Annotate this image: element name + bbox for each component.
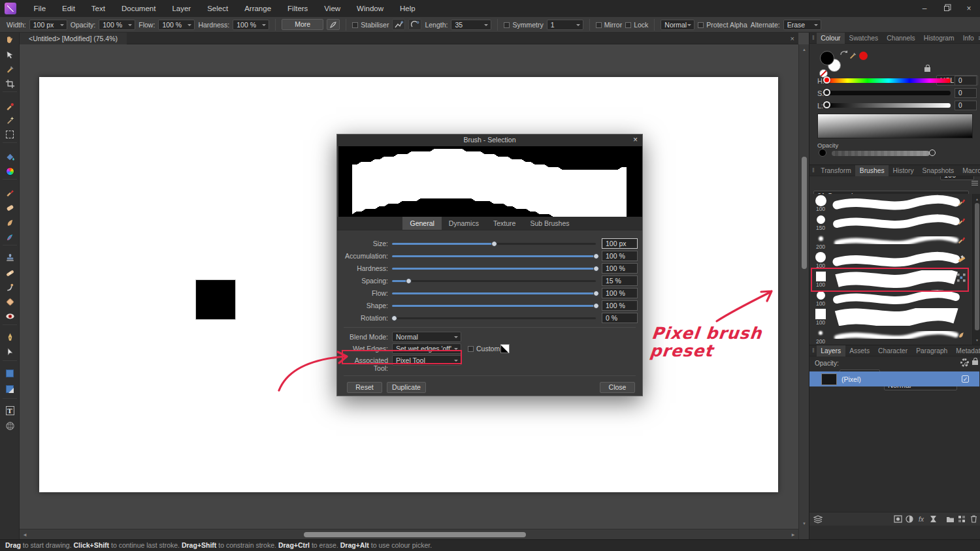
tab-transform[interactable]: Transform: [817, 165, 856, 176]
width-combo[interactable]: 100 px: [29, 20, 67, 30]
menu-filters[interactable]: Filters: [280, 0, 316, 17]
saturation-value[interactable]: 0: [955, 88, 977, 98]
slider-thumb[interactable]: [593, 266, 599, 272]
document-tab[interactable]: <Untitled> [Modified] (75.4%): [20, 33, 127, 44]
slider-thumb[interactable]: [406, 278, 412, 284]
tab-close-icon[interactable]: ×: [791, 33, 794, 44]
saturation-slider[interactable]: [826, 91, 951, 95]
opacity-slider[interactable]: [832, 151, 930, 156]
saturation-thumb[interactable]: [823, 89, 830, 96]
tone-gradient-box[interactable]: [817, 114, 973, 138]
spacing-slider[interactable]: [392, 280, 596, 282]
tab-general[interactable]: General: [402, 217, 441, 230]
layers-stack-icon[interactable]: [812, 513, 824, 525]
slider-thumb[interactable]: [593, 253, 599, 259]
protect-alpha-checkbox[interactable]: Protect Alpha: [698, 21, 747, 29]
lightness-thumb[interactable]: [823, 101, 830, 108]
size-value-field[interactable]: 100 px: [602, 238, 638, 249]
gradient-tool[interactable]: [3, 164, 17, 178]
tab-layers[interactable]: Layers: [817, 345, 845, 356]
healing-brush-tool[interactable]: [3, 266, 17, 280]
paint-brush-tool[interactable]: [3, 185, 17, 200]
brush-list-view-icon[interactable]: [972, 181, 978, 187]
delete-trash-icon[interactable]: [968, 513, 979, 525]
tab-snapshots[interactable]: Snapshots: [918, 165, 958, 176]
horizontal-scrollbar[interactable]: ◀ ▶: [20, 529, 798, 539]
shape-tool[interactable]: [3, 382, 17, 396]
brush-preset-row[interactable]: 100: [809, 289, 972, 307]
brush-editor-button[interactable]: [327, 19, 340, 30]
tab-sub-brushes[interactable]: Sub Brushes: [523, 217, 576, 230]
scroll-left-icon[interactable]: ◀: [20, 529, 30, 539]
flood-fill-tool[interactable]: [3, 150, 17, 164]
scroll-down-icon[interactable]: ▼: [973, 335, 980, 345]
duplicate-button[interactable]: Duplicate: [387, 382, 426, 393]
smudge-brush-tool[interactable]: [3, 215, 17, 229]
eyedropper-icon[interactable]: [849, 51, 858, 60]
lock-icon[interactable]: [924, 64, 930, 72]
group-folder-icon[interactable]: [944, 513, 956, 525]
vertical-scrollbar[interactable]: ▲ ▼: [798, 44, 809, 539]
lock-checkbox[interactable]: Lock: [625, 21, 648, 29]
erase-brush-tool[interactable]: [3, 200, 17, 215]
slider-thumb[interactable]: [593, 291, 599, 296]
size-slider[interactable]: [392, 243, 596, 245]
shape-slider[interactable]: [392, 305, 596, 307]
rotation-slider[interactable]: [392, 317, 596, 319]
hardness-combo[interactable]: 100 %: [233, 20, 269, 30]
tab-colour[interactable]: Colour: [817, 33, 845, 44]
rope-stabiliser-button[interactable]: [392, 19, 405, 30]
tab-paragraph[interactable]: Paragraph: [912, 345, 952, 356]
length-combo[interactable]: 35: [451, 20, 491, 30]
brush-preset-row[interactable]: 100: [809, 194, 972, 213]
hue-value[interactable]: 0: [955, 76, 977, 86]
menu-file[interactable]: File: [25, 0, 54, 17]
rectangle-tool[interactable]: [3, 366, 17, 381]
menu-select[interactable]: Select: [199, 0, 237, 17]
associated-tool-combo[interactable]: Pixel Tool: [392, 355, 461, 366]
lightness-slider[interactable]: [826, 103, 951, 108]
flow-slider[interactable]: [392, 292, 596, 294]
hue-thumb[interactable]: [823, 76, 830, 84]
crop-tool[interactable]: [3, 76, 17, 91]
foreground-colour-swatch[interactable]: [820, 51, 834, 65]
brush-preset-row-selected[interactable]: 100: [809, 270, 972, 289]
menu-window[interactable]: Window: [349, 0, 392, 17]
reset-button[interactable]: Reset: [347, 382, 382, 393]
menu-edit[interactable]: Edit: [54, 0, 84, 17]
selection-brush-tool[interactable]: [3, 99, 17, 114]
shape-value-field[interactable]: 100 %: [602, 300, 638, 311]
clone-brush-tool[interactable]: [3, 251, 17, 265]
mesh-warp-tool[interactable]: [3, 418, 17, 433]
wet-edges-profile-swatch[interactable]: [500, 344, 510, 353]
scroll-up-icon[interactable]: ▲: [799, 44, 809, 55]
tab-character[interactable]: Character: [874, 345, 912, 356]
view-tool[interactable]: [3, 33, 17, 47]
node-tool[interactable]: [3, 345, 17, 359]
tab-brushes[interactable]: Brushes: [855, 165, 889, 176]
colour-picker-tool[interactable]: [3, 62, 17, 76]
layer-name[interactable]: (Pixel): [841, 375, 861, 383]
dialog-close-icon[interactable]: ×: [633, 134, 638, 146]
brush-preset-row[interactable]: 100: [809, 251, 972, 270]
tab-histogram[interactable]: Histogram: [919, 33, 958, 44]
close-button[interactable]: Close: [600, 382, 635, 393]
slider-thumb[interactable]: [491, 241, 497, 247]
tab-assets[interactable]: Assets: [845, 345, 874, 356]
layer-row[interactable]: (Pixel) ✓: [809, 371, 979, 386]
menu-layer[interactable]: Layer: [164, 0, 199, 17]
live-filter-icon[interactable]: [927, 513, 939, 525]
minimize-button[interactable]: –: [913, 0, 936, 17]
brush-preset-row[interactable]: 200: [809, 232, 972, 251]
tab-macro[interactable]: Macro: [958, 165, 980, 176]
vscroll-thumb[interactable]: [802, 157, 807, 269]
scroll-thumb[interactable]: [975, 203, 979, 330]
accumulation-value-field[interactable]: 100 %: [602, 251, 638, 261]
stabiliser-checkbox[interactable]: Stabiliser: [352, 21, 389, 29]
tab-history[interactable]: History: [889, 165, 918, 176]
pen-tool[interactable]: [3, 330, 17, 344]
more-button[interactable]: More: [282, 19, 323, 30]
opacity-thumb[interactable]: [929, 150, 936, 156]
scroll-down-icon[interactable]: ▼: [799, 518, 809, 529]
patch-tool[interactable]: [3, 294, 17, 309]
